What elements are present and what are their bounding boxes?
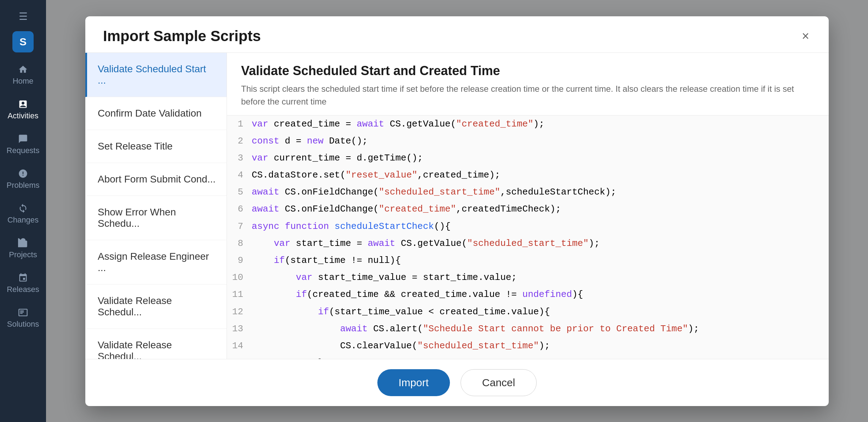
line-code: } <box>252 355 829 359</box>
script-item-validate-scheduled[interactable]: Validate Scheduled Start ... <box>85 53 227 97</box>
code-line: 14 CS.clearValue("scheduled_start_time")… <box>227 337 829 354</box>
sidebar-item-label-activities: Activities <box>8 111 39 120</box>
line-code: await CS.alert("Schedule Start cannot be… <box>252 321 829 337</box>
line-number: 5 <box>227 184 252 200</box>
line-code: var start_time_value = start_time.value; <box>252 270 829 285</box>
code-header: Validate Scheduled Start and Created Tim… <box>227 53 829 116</box>
sidebar-item-label-releases: Releases <box>7 285 39 294</box>
app-logo: S <box>12 31 34 52</box>
line-number: 3 <box>227 150 252 166</box>
line-number: 2 <box>227 133 252 149</box>
requests-icon <box>18 134 28 144</box>
line-number: 10 <box>227 270 252 285</box>
sidebar: ☰ S Home Activities Requests Problems Ch… <box>0 0 46 422</box>
changes-icon <box>18 203 28 213</box>
code-line: 1 var created_time = await CS.getValue("… <box>227 116 829 133</box>
import-scripts-modal: Import Sample Scripts × Validate Schedul… <box>85 16 829 406</box>
code-line: 12 if(start_time_value < created_time.va… <box>227 303 829 320</box>
sidebar-item-projects[interactable]: Projects <box>4 233 42 264</box>
code-line: 9 if(start_time != null){ <box>227 252 829 269</box>
line-number: 7 <box>227 219 252 234</box>
code-line: 15 } <box>227 354 829 359</box>
sidebar-item-label-home: Home <box>13 77 34 86</box>
sidebar-item-solutions[interactable]: Solutions <box>4 303 42 334</box>
solutions-icon <box>18 308 28 317</box>
line-code: var start_time = await CS.getValue("sche… <box>252 236 829 251</box>
sidebar-item-requests[interactable]: Requests <box>4 129 42 160</box>
home-icon <box>18 64 28 74</box>
line-code: await CS.onFieldChange("created_time",cr… <box>252 201 829 217</box>
line-number: 15 <box>227 355 252 359</box>
line-number: 12 <box>227 304 252 320</box>
line-code: if(start_time != null){ <box>252 253 829 268</box>
code-description: This script clears the scheduled start t… <box>241 83 815 108</box>
sidebar-item-label-changes: Changes <box>7 215 39 225</box>
line-number: 11 <box>227 287 252 302</box>
modal-close-button[interactable]: × <box>800 27 811 45</box>
sidebar-item-label-projects: Projects <box>9 250 37 259</box>
code-line: 3 var current_time = d.getTime(); <box>227 150 829 167</box>
line-number: 13 <box>227 321 252 337</box>
import-button[interactable]: Import <box>377 369 450 396</box>
line-number: 8 <box>227 236 252 251</box>
script-item-abort-form[interactable]: Abort Form Submit Cond... <box>85 163 227 196</box>
sidebar-item-changes[interactable]: Changes <box>4 198 42 230</box>
code-line: 10 var start_time_value = start_time.val… <box>227 269 829 286</box>
sidebar-item-label-problems: Problems <box>7 181 40 190</box>
sidebar-item-home[interactable]: Home <box>4 60 42 91</box>
script-list: Validate Scheduled Start ... Confirm Dat… <box>85 53 227 359</box>
code-line: 5 await CS.onFieldChange("scheduled_star… <box>227 184 829 201</box>
line-code: const d = new Date(); <box>252 133 829 149</box>
line-code: async function scheduleStartCheck(){ <box>252 219 829 234</box>
line-number: 14 <box>227 338 252 354</box>
main-content: Import Sample Scripts × Validate Schedul… <box>46 0 868 422</box>
code-line: 7 async function scheduleStartCheck(){ <box>227 218 829 235</box>
line-number: 1 <box>227 116 252 132</box>
code-line: 2 const d = new Date(); <box>227 133 829 150</box>
code-line: 11 if(created_time && created_time.value… <box>227 286 829 303</box>
script-item-confirm-date[interactable]: Confirm Date Validation <box>85 97 227 130</box>
script-item-show-error[interactable]: Show Error When Schedu... <box>85 196 227 240</box>
modal-title: Import Sample Scripts <box>103 28 261 45</box>
sidebar-item-problems[interactable]: Problems <box>4 164 42 195</box>
script-item-validate-release-2[interactable]: Validate Release Schedul... <box>85 329 227 359</box>
sidebar-item-activities[interactable]: Activities <box>4 94 42 125</box>
sidebar-item-label-requests: Requests <box>7 146 40 155</box>
line-code: CS.clearValue("scheduled_start_time"); <box>252 338 829 354</box>
code-line: 13 await CS.alert("Schedule Start cannot… <box>227 320 829 337</box>
code-line: 6 await CS.onFieldChange("created_time",… <box>227 201 829 218</box>
modal-overlay[interactable]: Import Sample Scripts × Validate Schedul… <box>46 0 868 422</box>
line-number: 6 <box>227 201 252 217</box>
code-panel: Validate Scheduled Start and Created Tim… <box>227 53 829 359</box>
script-item-validate-release-1[interactable]: Validate Release Schedul... <box>85 285 227 329</box>
modal-footer: Import Cancel <box>85 359 829 406</box>
code-title: Validate Scheduled Start and Created Tim… <box>241 63 815 78</box>
line-code: await CS.onFieldChange("scheduled_start_… <box>252 184 829 200</box>
line-code: CS.dataStore.set("reset_value",created_t… <box>252 167 829 183</box>
problems-icon <box>18 169 28 179</box>
line-number: 9 <box>227 253 252 268</box>
projects-icon <box>18 238 28 248</box>
code-area[interactable]: 1 var created_time = await CS.getValue("… <box>227 116 829 359</box>
modal-body: Validate Scheduled Start ... Confirm Dat… <box>85 53 829 359</box>
cancel-button[interactable]: Cancel <box>461 369 537 396</box>
sidebar-item-label-solutions: Solutions <box>7 320 39 329</box>
line-code: var created_time = await CS.getValue("cr… <box>252 116 829 132</box>
modal-header: Import Sample Scripts × <box>85 16 829 53</box>
line-number: 4 <box>227 167 252 183</box>
line-code: if(start_time_value < created_time.value… <box>252 304 829 320</box>
hamburger-icon[interactable]: ☰ <box>15 7 31 26</box>
releases-icon <box>18 273 28 283</box>
code-line: 8 var start_time = await CS.getValue("sc… <box>227 235 829 252</box>
line-code: if(created_time && created_time.value !=… <box>252 287 829 302</box>
line-code: var current_time = d.getTime(); <box>252 150 829 166</box>
code-line: 4 CS.dataStore.set("reset_value",created… <box>227 167 829 184</box>
activities-icon <box>18 99 28 109</box>
script-item-set-release-title[interactable]: Set Release Title <box>85 130 227 163</box>
script-item-assign-engineer[interactable]: Assign Release Engineer ... <box>85 240 227 285</box>
sidebar-item-releases[interactable]: Releases <box>4 268 42 299</box>
